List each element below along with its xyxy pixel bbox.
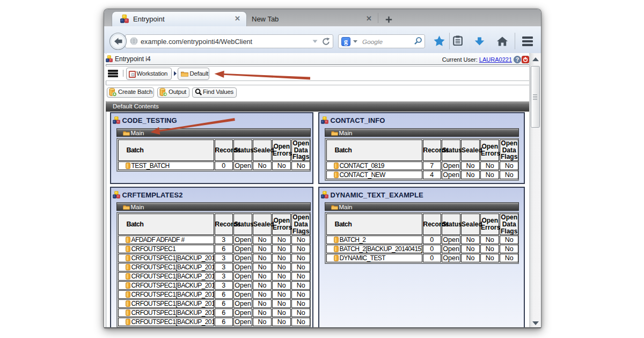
svg-text:?: ? [516,56,519,62]
